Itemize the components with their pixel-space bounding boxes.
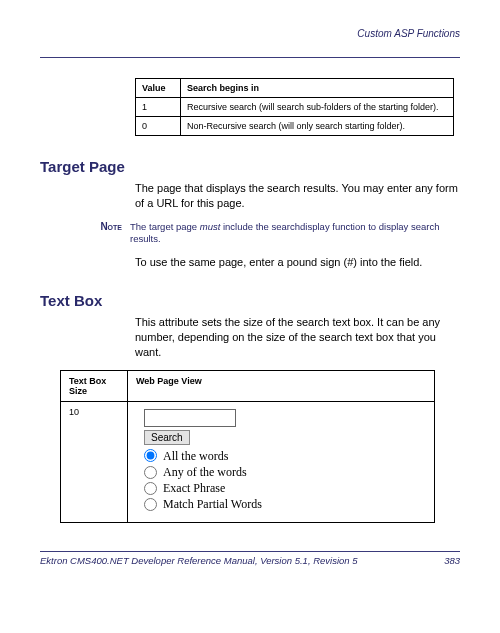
table-row: 1 Recursive search (will search sub-fold… [136,98,454,117]
search-input[interactable] [144,409,236,427]
desc-cell: Non-Recursive search (will only search s… [181,117,454,136]
radio-input[interactable] [144,466,157,479]
note-text-em: must [200,221,221,232]
note-label: Note [40,221,130,232]
footer-left: Ektron CMS400.NET Developer Reference Ma… [40,555,358,566]
note-row: Note The target page must include the se… [40,221,460,246]
value-cell: 1 [136,98,181,117]
radio-input[interactable] [144,498,157,511]
textbox-table: Text Box Size Web Page View 10 Search Al… [60,370,435,523]
textbox-view-cell: Search All the words Any of the words Ex… [128,401,435,522]
textbox-table-head-size: Text Box Size [61,370,128,401]
radio-label: All the words [163,448,228,464]
note-text: The target page must include the searchd… [130,221,460,246]
search-button[interactable]: Search [144,430,190,445]
heading-target-page: Target Page [40,158,460,175]
table-row: 0 Non-Recursive search (will only search… [136,117,454,136]
radio-input[interactable] [144,482,157,495]
desc-cell: Recursive search (will search sub-folder… [181,98,454,117]
footer-right: 383 [444,555,460,566]
search-widget: Search All the words Any of the words Ex… [136,407,426,517]
value-table-head-value: Value [136,79,181,98]
radio-option[interactable]: Any of the words [144,464,426,480]
textbox-table-head-view: Web Page View [128,370,435,401]
value-cell: 0 [136,117,181,136]
header-section: Custom ASP Functions [40,28,460,39]
radio-option[interactable]: All the words [144,448,426,464]
value-table-head-desc: Search begins in [181,79,454,98]
target-page-p1: The page that displays the search result… [135,181,460,211]
text-box-p1: This attribute sets the size of the sear… [135,315,460,360]
radio-input[interactable] [144,449,157,462]
radio-label: Exact Phrase [163,480,225,496]
radio-label: Any of the words [163,464,247,480]
radio-option[interactable]: Exact Phrase [144,480,426,496]
footer: Ektron CMS400.NET Developer Reference Ma… [40,551,460,566]
textbox-size-cell: 10 [61,401,128,522]
radio-option[interactable]: Match Partial Words [144,496,426,512]
table-row: 10 Search All the words Any of the words [61,401,435,522]
target-page-p2: To use the same page, enter a pound sign… [135,255,460,270]
note-text-pre: The target page [130,221,200,232]
radio-label: Match Partial Words [163,496,262,512]
value-table: Value Search begins in 1 Recursive searc… [135,78,454,136]
header-rule [40,57,460,58]
heading-text-box: Text Box [40,292,460,309]
